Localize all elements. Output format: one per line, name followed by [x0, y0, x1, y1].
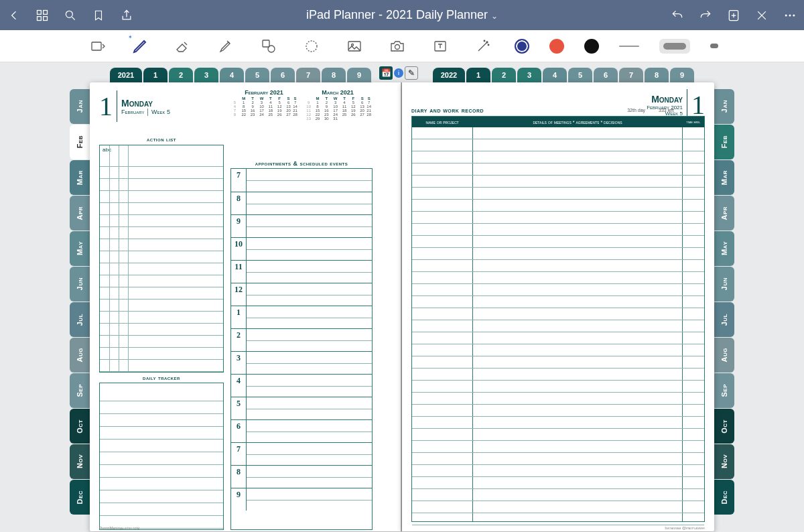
left-page[interactable]: 1 Monday February │ Week 5 February 2021…	[90, 82, 402, 531]
section-tab-6[interactable]: 6	[594, 68, 618, 82]
month-tab-dec[interactable]: Dec	[70, 480, 90, 515]
section-tab-9[interactable]: 9	[670, 68, 694, 82]
more-icon[interactable]	[783, 8, 797, 23]
month-tab-jul[interactable]: Jul	[714, 302, 734, 337]
year-tab[interactable]: 2022	[433, 68, 465, 82]
month-tab-oct[interactable]: Oct	[714, 409, 734, 444]
month-tab-oct[interactable]: Oct	[70, 409, 90, 444]
stroke-medium[interactable]	[659, 39, 690, 54]
section-tab-1[interactable]: 1	[143, 68, 168, 82]
section-tab-6[interactable]: 6	[271, 68, 295, 82]
month-tab-sep[interactable]: Sep	[70, 373, 90, 408]
diary-body[interactable]	[412, 127, 704, 521]
section-tab-4[interactable]: 4	[220, 68, 244, 82]
color-swatch-3[interactable]	[584, 39, 599, 54]
magic-tool-icon[interactable]	[472, 35, 494, 58]
diary-header: name or project details of meetings * ag…	[412, 117, 704, 127]
month-tab-sep[interactable]: Sep	[714, 373, 734, 408]
month-tab-feb[interactable]: Feb	[714, 125, 734, 159]
tracker-title: daily tracker	[99, 375, 224, 381]
left-day-name: Monday	[121, 98, 170, 109]
left-top-tabs: 2021123456789	[110, 68, 371, 82]
svg-rect-10	[263, 40, 269, 47]
month-tab-mar[interactable]: Mar	[714, 160, 734, 195]
appointments-box[interactable]: 789101112123456789	[230, 168, 373, 530]
month-tab-may[interactable]: May	[70, 231, 90, 266]
info-nav-icon[interactable]: i	[394, 68, 403, 78]
section-tab-3[interactable]: 3	[194, 68, 218, 82]
image-tool-icon[interactable]	[343, 35, 366, 58]
svg-point-19	[484, 40, 485, 42]
svg-rect-1	[44, 10, 48, 14]
month-tab-apr[interactable]: Apr	[714, 196, 734, 230]
month-tab-mar[interactable]: Mar	[70, 160, 90, 195]
section-tab-8[interactable]: 8	[322, 68, 346, 82]
section-tab-2[interactable]: 2	[492, 68, 516, 82]
section-tab-5[interactable]: 5	[568, 68, 592, 82]
grid-icon[interactable]	[35, 8, 50, 23]
stroke-thick[interactable]	[710, 44, 718, 48]
action-list-box[interactable]: abc	[99, 145, 224, 373]
month-tab-aug[interactable]: Aug	[70, 338, 90, 373]
section-tab-9[interactable]: 9	[347, 68, 371, 82]
section-tab-7[interactable]: 7	[296, 68, 320, 82]
month-tab-jan[interactable]: Jan	[714, 89, 734, 124]
section-tab-8[interactable]: 8	[645, 68, 669, 82]
mini-calendar-feb[interactable]: February 2021MTWTFSS51234567489101112131…	[230, 89, 297, 117]
mini-calendar-mar[interactable]: March 2021MTWTFSS91234567108910111213141…	[304, 89, 371, 121]
svg-point-14	[352, 44, 354, 46]
svg-point-7	[789, 14, 791, 16]
month-tab-nov[interactable]: Nov	[714, 444, 734, 479]
right-page[interactable]: Monday February 2021 Week 5 1 32th day33…	[402, 82, 714, 531]
right-footer: Instagram @ipadplanner	[665, 526, 705, 530]
bookmark-icon[interactable]	[91, 8, 106, 23]
month-tab-jan[interactable]: Jan	[70, 89, 90, 124]
section-tab-4[interactable]: 4	[543, 68, 567, 82]
highlighter-tool-icon[interactable]	[214, 35, 237, 58]
right-day-stats: 32th day333 left	[627, 108, 674, 113]
color-swatch-1[interactable]	[515, 39, 529, 54]
redo-icon[interactable]	[698, 8, 713, 23]
section-tab-3[interactable]: 3	[517, 68, 541, 82]
month-tab-feb[interactable]: Feb	[70, 125, 90, 159]
document-title[interactable]: iPad Planner - 2021 Daily Planner ⌄	[204, 8, 600, 22]
svg-point-8	[793, 14, 795, 16]
text-tool-icon[interactable]	[429, 35, 452, 58]
right-top-tabs: 2022123456789	[433, 68, 694, 82]
color-swatch-2[interactable]	[549, 39, 564, 54]
camera-tool-icon[interactable]	[386, 35, 409, 58]
edit-nav-icon[interactable]: ✎	[405, 66, 418, 80]
stroke-thin[interactable]	[619, 46, 639, 47]
diary-box[interactable]: name or project details of meetings * ag…	[411, 116, 705, 522]
zoom-tool-icon[interactable]	[86, 35, 109, 58]
calendar-nav-icon[interactable]: 📅	[379, 66, 393, 80]
month-tab-jun[interactable]: Jun	[70, 267, 90, 302]
eraser-tool-icon[interactable]	[172, 35, 194, 58]
month-tab-jun[interactable]: Jun	[714, 267, 734, 302]
section-tab-1[interactable]: 1	[466, 68, 490, 82]
year-tab[interactable]: 2021	[110, 68, 142, 82]
share-icon[interactable]	[119, 8, 134, 23]
section-tab-2[interactable]: 2	[169, 68, 193, 82]
left-footer: PhotoMaterial.etsy.com	[99, 526, 139, 530]
undo-icon[interactable]	[670, 8, 685, 23]
toolbar: ✶	[0, 30, 804, 62]
close-icon[interactable]	[754, 8, 769, 23]
section-tab-7[interactable]: 7	[619, 68, 643, 82]
section-tab-5[interactable]: 5	[245, 68, 269, 82]
pen-tool-icon[interactable]: ✶	[129, 35, 151, 58]
month-tab-jul[interactable]: Jul	[70, 302, 90, 337]
svg-point-15	[395, 44, 400, 49]
back-icon[interactable]	[7, 8, 21, 23]
search-icon[interactable]	[63, 8, 78, 23]
lasso-tool-icon[interactable]	[300, 35, 323, 58]
shape-tool-icon[interactable]	[257, 35, 280, 58]
add-page-icon[interactable]	[726, 8, 741, 23]
month-tab-dec[interactable]: Dec	[714, 480, 734, 515]
month-tab-apr[interactable]: Apr	[70, 196, 90, 230]
month-tab-may[interactable]: May	[714, 231, 734, 266]
svg-point-17	[486, 42, 488, 43]
month-tab-aug[interactable]: Aug	[714, 338, 734, 373]
month-tab-nov[interactable]: Nov	[70, 444, 90, 479]
daily-tracker-box[interactable]	[99, 383, 224, 530]
